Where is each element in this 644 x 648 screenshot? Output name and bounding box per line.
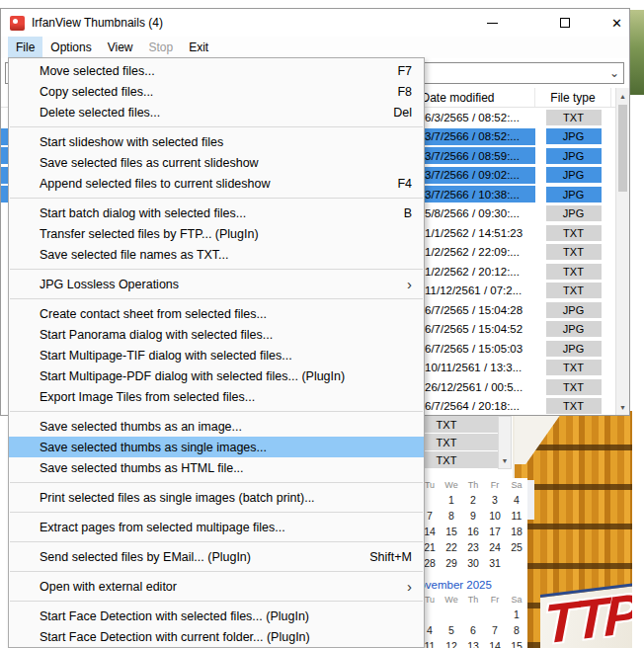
list-scrollbar[interactable]: ▲ ▼ [615, 88, 629, 415]
calendar-weekday: Fr [484, 593, 506, 607]
menu-item[interactable]: Start Face Detection with current folder… [9, 626, 424, 647]
chevron-down-icon[interactable]: ⌄ [609, 63, 619, 83]
file-type-cell: JPG [535, 128, 611, 144]
menu-item[interactable]: Start Multipage-TIF dialog with selected… [9, 345, 424, 365]
file-type-cell: TXT [535, 283, 611, 298]
titlebar[interactable]: IrfanView Thumbnails (4) ✕ [1, 9, 629, 37]
menu-item[interactable]: Create contact sheet from selected files… [9, 303, 424, 324]
menubar: FileOptionsViewStopExit [1, 37, 629, 58]
calendar-weekday: We [441, 478, 462, 492]
menu-item[interactable]: Open with external editor› [9, 576, 424, 597]
calendar-day[interactable]: 12 [441, 638, 462, 648]
menu-item[interactable]: Start Panorama dialog with selected file… [9, 324, 424, 345]
menu-item-label: Start Multipage-PDF dialog with selected… [40, 369, 412, 383]
calendar-day[interactable]: 4 [506, 492, 527, 508]
menu-item[interactable]: Start Face Detection with selected files… [9, 606, 424, 626]
menu-item[interactable]: Append selected files to current slidesh… [9, 173, 424, 194]
calendar-day[interactable]: 30 [462, 555, 484, 571]
calendar-day[interactable]: 22 [441, 539, 462, 555]
menu-item-label: Transfer selected files by FTP... (PlugI… [40, 227, 412, 241]
menu-shortcut: B [404, 206, 412, 220]
calendar-day [506, 555, 527, 571]
calendar-day[interactable]: 1 [506, 607, 527, 622]
menu-item-label: Start Panorama dialog with selected file… [40, 328, 412, 342]
calendar-weekday: Sa [506, 478, 527, 492]
file-type-cell: TXT [535, 110, 611, 125]
calendar-day[interactable]: 2 [462, 492, 484, 508]
menu-item[interactable]: JPG Lossless Operations› [9, 274, 424, 294]
background-list-scrollbar[interactable]: ▼ [498, 416, 512, 469]
menubar-item-options[interactable]: Options [42, 37, 99, 58]
menu-item[interactable]: Save selected thumbs as single images... [9, 437, 424, 457]
calendar-day[interactable]: 7 [484, 622, 506, 638]
menu-item[interactable]: Save selected thumbs as HTML file... [9, 457, 424, 478]
scrollbar-thumb[interactable] [618, 105, 627, 192]
file-type-cell: TXT [535, 264, 611, 280]
menu-item[interactable]: Send selected files by EMail... (PlugIn)… [9, 546, 424, 567]
maximize-button[interactable] [542, 9, 587, 37]
menu-item[interactable]: Start slideshow with selected files [9, 131, 424, 152]
file-type-cell: TXT [535, 398, 611, 414]
calendar-day[interactable]: 1 [441, 492, 462, 508]
menu-separator [10, 601, 423, 602]
calendar-day[interactable]: 3 [484, 492, 506, 508]
close-button[interactable]: ✕ [595, 9, 639, 37]
menu-separator [10, 482, 423, 483]
calendar-day[interactable]: 6 [462, 622, 484, 638]
menu-item-label: Save selected file names as TXT... [40, 248, 412, 262]
calendar-day[interactable]: 29 [441, 555, 462, 571]
calendar-day[interactable]: 15 [506, 638, 527, 648]
calendar-day[interactable]: 25 [506, 539, 527, 555]
menu-item[interactable]: Delete selected files...Del [9, 102, 424, 122]
file-type-badge: TXT [546, 379, 602, 395]
calendar-day[interactable]: 8 [506, 622, 527, 638]
menu-separator [10, 298, 423, 299]
calendar-day[interactable]: 10 [484, 508, 506, 524]
menu-item[interactable]: Start batch dialog with selected files..… [9, 202, 424, 223]
menu-item[interactable]: Print selected files as single images (b… [9, 487, 424, 508]
menu-item[interactable]: Copy selected files...F8 [9, 81, 424, 102]
file-type-badge: TXT [546, 360, 602, 375]
menu-item[interactable]: Start Multipage-PDF dialog with selected… [9, 365, 424, 386]
menu-item-label: Start Face Detection with current folder… [40, 630, 412, 644]
menu-item[interactable]: Save selected thumbs as an image... [9, 416, 424, 437]
column-header-file-type[interactable]: File type [535, 88, 611, 107]
background-scroll-down-button[interactable]: ▼ [499, 453, 511, 468]
calendar-day[interactable]: 16 [462, 524, 484, 539]
menu-item[interactable]: Save selected files as current slideshow [9, 152, 424, 173]
calendar-day[interactable]: 15 [441, 524, 462, 539]
calendar-day[interactable]: 24 [484, 539, 506, 555]
file-type-cell: JPG [535, 302, 611, 318]
menu-item[interactable]: Export Image Tiles from selected files..… [9, 386, 424, 407]
menu-item[interactable]: Extract pages from selected multipage fi… [9, 517, 424, 537]
calendar-day[interactable]: 17 [484, 524, 506, 539]
menu-item[interactable]: Save selected file names as TXT... [9, 244, 424, 265]
scroll-up-button[interactable]: ▲ [616, 88, 629, 104]
calendar-day[interactable]: 8 [441, 508, 462, 524]
menubar-item-exit[interactable]: Exit [181, 37, 216, 58]
calendar-day[interactable]: 14 [484, 638, 506, 648]
submenu-arrow-icon: › [407, 579, 412, 594]
menubar-item-stop: Stop [141, 37, 182, 58]
menu-item-label: Move selected files... [40, 64, 381, 78]
file-type-badge: JPG [546, 341, 602, 357]
menu-item[interactable]: Transfer selected files by FTP... (PlugI… [9, 223, 424, 244]
window-title: IrfanView Thumbnails (4) [32, 16, 163, 30]
menu-item[interactable]: Move selected files...F7 [9, 60, 424, 81]
scroll-down-button[interactable]: ▼ [616, 399, 629, 415]
calendar-day[interactable]: 13 [462, 638, 484, 648]
calendar-day[interactable]: 18 [506, 524, 527, 539]
calendar-day[interactable]: 5 [441, 622, 462, 638]
calendar-day[interactable]: 31 [484, 555, 506, 571]
calendar-day[interactable]: 11 [506, 508, 527, 524]
menu-shortcut: F4 [397, 177, 412, 191]
file-type-badge: JPG [546, 148, 602, 164]
logo-band: TTP [540, 583, 632, 648]
file-type-cell: JPG [535, 167, 611, 183]
calendar-day[interactable]: 9 [462, 508, 484, 524]
file-type-cell: TXT [535, 225, 611, 241]
menubar-item-view[interactable]: View [100, 37, 141, 58]
calendar-day[interactable]: 23 [462, 539, 484, 555]
menubar-item-file[interactable]: File [8, 37, 42, 58]
minimize-button[interactable] [470, 9, 515, 37]
